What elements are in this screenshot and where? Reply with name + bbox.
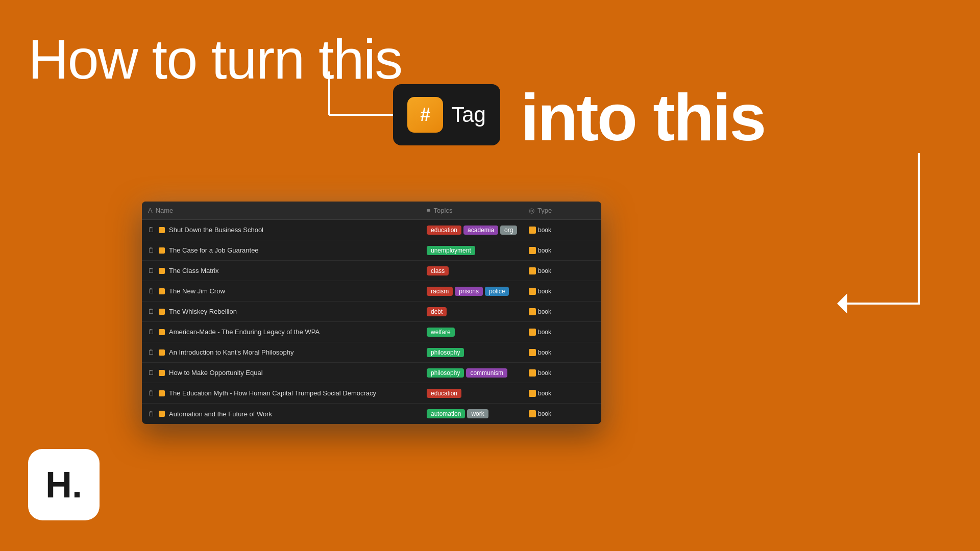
row-type-cell: book xyxy=(529,308,595,315)
col-header-name: A Name xyxy=(148,207,427,214)
topic-tag[interactable]: police xyxy=(485,287,509,296)
headline: How to turn this xyxy=(28,28,402,90)
type-icon xyxy=(529,369,536,377)
doc-icon: 🗒 xyxy=(148,246,155,254)
topic-tag[interactable]: communism xyxy=(466,368,507,378)
table-header: A Name ≡ Topics ◎ Type xyxy=(142,202,601,220)
row-topics-cell: philosophy xyxy=(427,348,529,357)
col-header-type: ◎ Type xyxy=(529,207,595,214)
color-dot xyxy=(159,268,165,274)
row-title: The Whiskey Rebellion xyxy=(169,308,237,315)
row-type-cell: book xyxy=(529,390,595,397)
topic-tag[interactable]: prisons xyxy=(455,287,483,296)
topic-tag[interactable]: unemployment xyxy=(427,246,475,255)
color-dot xyxy=(159,390,165,396)
type-icon xyxy=(529,227,536,234)
row-type-cell: book xyxy=(529,410,595,417)
headline-text: How to turn this xyxy=(28,28,402,90)
topic-tag[interactable]: education xyxy=(427,226,461,235)
doc-icon: 🗒 xyxy=(148,308,155,315)
color-dot xyxy=(159,309,165,315)
topic-tag[interactable]: work xyxy=(467,409,488,418)
doc-icon: 🗒 xyxy=(148,389,155,397)
table-row: 🗒An Introduction to Kant's Moral Philoso… xyxy=(142,342,601,363)
tag-widget: # Tag xyxy=(393,84,500,145)
topic-tag[interactable]: philosophy xyxy=(427,348,464,357)
into-this-arrow xyxy=(837,153,949,347)
col-header-topics: ≡ Topics xyxy=(427,207,529,214)
row-name-cell: 🗒The Education Myth - How Human Capital … xyxy=(148,389,427,397)
type-icon xyxy=(529,329,536,336)
doc-icon: 🗒 xyxy=(148,410,155,418)
topic-tag[interactable]: education xyxy=(427,389,461,398)
row-title: The Case for a Job Guarantee xyxy=(169,246,259,254)
row-type-cell: book xyxy=(529,369,595,377)
table-body: 🗒Shut Down the Business Schooleducationa… xyxy=(142,220,601,424)
color-dot xyxy=(159,247,165,254)
table-row: 🗒The Whiskey Rebelliondebtbook xyxy=(142,302,601,322)
row-topics-cell: debt xyxy=(427,307,529,316)
topics-col-icon: ≡ xyxy=(427,207,431,214)
type-label: book xyxy=(538,349,551,356)
tag-label: Tag xyxy=(451,103,486,127)
row-name-cell: 🗒The New Jim Crow xyxy=(148,287,427,295)
row-title: American-Made - The Enduring Legacy of t… xyxy=(169,328,320,336)
color-dot xyxy=(159,349,165,356)
row-topics-cell: unemployment xyxy=(427,246,529,255)
row-type-cell: book xyxy=(529,247,595,254)
row-title: The Class Matrix xyxy=(169,267,219,274)
topic-tag[interactable]: academia xyxy=(463,226,498,235)
type-label: book xyxy=(538,410,551,417)
col-type-label: Type xyxy=(537,207,552,214)
doc-icon: 🗒 xyxy=(148,348,155,356)
logo-text: H. xyxy=(45,466,82,503)
type-label: book xyxy=(538,329,551,336)
color-dot xyxy=(159,288,165,294)
doc-icon: 🗒 xyxy=(148,287,155,295)
row-name-cell: 🗒The Whiskey Rebellion xyxy=(148,308,427,315)
row-type-cell: book xyxy=(529,349,595,356)
table-row: 🗒Automation and the Future of Workautoma… xyxy=(142,404,601,424)
row-title: The New Jim Crow xyxy=(169,287,225,295)
table-row: 🗒How to Make Opportunity Equalphilosophy… xyxy=(142,363,601,383)
row-topics-cell: education xyxy=(427,389,529,398)
row-title: The Education Myth - How Human Capital T… xyxy=(169,389,376,397)
app-logo: H. xyxy=(28,449,100,520)
table-row: 🗒The Education Myth - How Human Capital … xyxy=(142,383,601,404)
type-icon xyxy=(529,308,536,315)
type-label: book xyxy=(538,369,551,377)
doc-icon: 🗒 xyxy=(148,369,155,377)
table-row: 🗒The Case for a Job Guaranteeunemploymen… xyxy=(142,240,601,261)
row-topics-cell: automationwork xyxy=(427,409,529,418)
row-topics-cell: racismprisonspolice xyxy=(427,287,529,296)
row-title: An Introduction to Kant's Moral Philosop… xyxy=(169,348,294,356)
topic-tag[interactable]: philosophy xyxy=(427,368,464,378)
row-name-cell: 🗒Automation and the Future of Work xyxy=(148,410,427,418)
row-name-cell: 🗒American-Made - The Enduring Legacy of … xyxy=(148,328,427,336)
col-name-label: Name xyxy=(156,207,174,214)
name-col-icon: A xyxy=(148,207,153,214)
color-dot xyxy=(159,411,165,417)
type-icon xyxy=(529,390,536,397)
doc-icon: 🗒 xyxy=(148,328,155,336)
row-title: How to Make Opportunity Equal xyxy=(169,369,263,377)
row-type-cell: book xyxy=(529,267,595,274)
type-label: book xyxy=(538,247,551,254)
topic-tag[interactable]: debt xyxy=(427,307,447,316)
type-icon xyxy=(529,288,536,295)
doc-icon: 🗒 xyxy=(148,267,155,274)
topic-tag[interactable]: automation xyxy=(427,409,465,418)
row-name-cell: 🗒The Case for a Job Guarantee xyxy=(148,246,427,254)
row-type-cell: book xyxy=(529,227,595,234)
table-row: 🗒American-Made - The Enduring Legacy of … xyxy=(142,322,601,342)
type-col-icon: ◎ xyxy=(529,207,534,214)
table-row: 🗒Shut Down the Business Schooleducationa… xyxy=(142,220,601,240)
topic-tag[interactable]: org xyxy=(500,226,517,235)
topic-tag[interactable]: racism xyxy=(427,287,453,296)
row-type-cell: book xyxy=(529,288,595,295)
topic-tag[interactable]: welfare xyxy=(427,328,455,337)
row-topics-cell: educationacademiaorg xyxy=(427,226,529,235)
topic-tag[interactable]: class xyxy=(427,266,449,276)
table-row: 🗒The Class Matrixclassbook xyxy=(142,261,601,281)
row-title: Automation and the Future of Work xyxy=(169,410,272,418)
